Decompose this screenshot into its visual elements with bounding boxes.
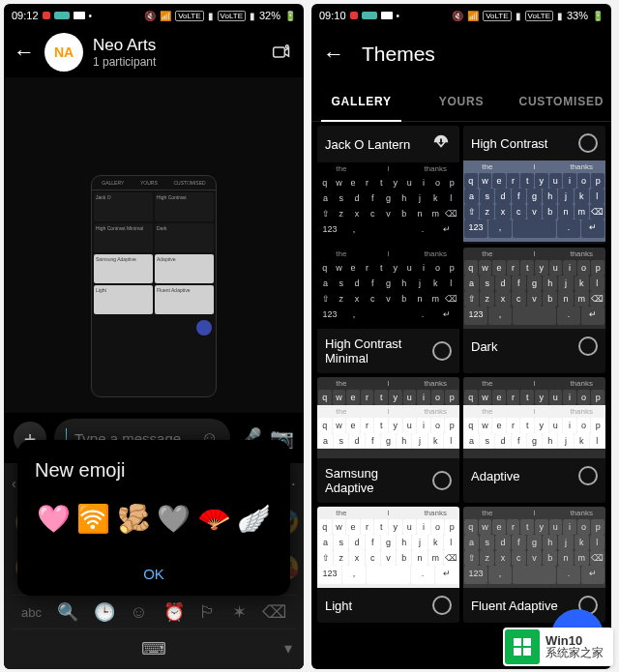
tab-yours[interactable]: YOURS (411, 81, 511, 121)
theme-item[interactable]: theIthanksqwertyuiopasdfghjkl⇧zxcvbnm⌫12… (317, 507, 459, 623)
smileys-tab-icon[interactable]: ☺ (130, 602, 147, 623)
more-notif-icon: • (397, 11, 400, 21)
mute-icon: 🔇 (144, 11, 156, 21)
theme-radio[interactable] (578, 133, 598, 153)
svg-rect-0 (274, 47, 285, 57)
new-emoji-dialog: New emoji 🩷 🛜 🫚 🩶 🪭 🪽 OK (17, 440, 290, 596)
mini-cell: Fluent Adaptive (155, 285, 214, 314)
theme-name: Samsung Adaptive (325, 466, 422, 495)
status-time: 09:10 (319, 10, 346, 21)
theme-radio[interactable] (432, 596, 452, 615)
emoji[interactable]: 🪭 (197, 503, 231, 535)
watermark-line2: 系统家之家 (545, 647, 604, 659)
youtube-icon (74, 12, 85, 19)
emoji[interactable]: 🫚 (117, 503, 151, 535)
emoji[interactable]: 🩷 (37, 503, 71, 535)
backspace-icon[interactable]: ⌫ (262, 601, 286, 623)
chat-subtitle: 1 participant (93, 55, 259, 69)
svg-point-1 (286, 45, 289, 48)
mini-cell: Samsung Adaptive (94, 254, 153, 283)
status-time: 09:12 (12, 10, 39, 21)
battery-icon: 🔋 (284, 11, 296, 21)
back-icon[interactable]: ← (14, 40, 35, 65)
volte2-icon: VoLTE (218, 11, 246, 21)
theme-item[interactable]: Jack O LanterntheIthanksqwertyuiopasdfgh… (317, 126, 459, 244)
mini-cell: Jack O (94, 192, 153, 221)
recent-tab-icon[interactable]: 🕒 (94, 601, 115, 623)
new-emoji-list: 🩷 🛜 🫚 🩶 🪭 🪽 (35, 503, 273, 556)
theme-name: High Contrast Minimal (325, 336, 422, 365)
battery-pct: 32% (259, 10, 280, 21)
avatar-initials: NA (54, 44, 74, 60)
theme-item[interactable]: theIthanksqwertyuiopasdfghjkl⇧zxcvbnm⌫12… (317, 248, 459, 373)
abc-keyboard-button[interactable]: abc (21, 605, 42, 620)
theme-name: High Contrast (471, 136, 547, 151)
emoji[interactable]: 🪽 (237, 503, 271, 535)
themes-header: ← Themes (311, 27, 611, 81)
theme-item[interactable]: theIthanksqwertyuiopasdfghjkl⇧zxcvbnm⌫12… (463, 248, 605, 373)
volte1-icon: VoLTE (175, 11, 203, 21)
wifi-icon: 📶 (160, 11, 171, 21)
collapse-icon[interactable]: ‹ (12, 476, 16, 491)
right-screenshot: 09:10 • 🔇 📶 VoLTE ▮ VoLTE ▮ 33% 🔋 ← Them… (311, 4, 611, 669)
back-icon[interactable]: ← (323, 42, 344, 67)
mini-cell: Dark (155, 223, 214, 252)
rec-icon (43, 12, 50, 19)
mini-tab: YOURS (140, 180, 158, 186)
theme-name: Jack O Lantern (325, 137, 410, 152)
tab-customised[interactable]: CUSTOMISED (512, 81, 611, 121)
battery-icon: 🔋 (592, 11, 604, 21)
app-badge-icon (54, 12, 70, 19)
themes-list[interactable]: Jack O LanterntheIthanksqwertyuiopasdfgh… (311, 122, 611, 669)
theme-radio[interactable] (432, 341, 452, 361)
volte2-icon: VoLTE (525, 11, 553, 21)
theme-radio[interactable] (432, 471, 452, 490)
sent-image-thumbnail[interactable]: GALLERY YOURS CUSTOMISED Jack O High Con… (91, 175, 217, 397)
volte1-icon: VoLTE (483, 11, 511, 21)
mini-send-icon (196, 320, 212, 336)
left-screenshot: 09:12 • 🔇 📶 VoLTE ▮ VoLTE ▮ 32% 🔋 ← NA (4, 4, 304, 669)
theme-item[interactable]: theIthanksqwertyuioptheIthanksqwertyuiop… (317, 377, 459, 503)
video-call-icon[interactable] (269, 43, 294, 62)
theme-item[interactable]: High ContrasttheIthanksqwertyuiopasdfghj… (463, 126, 605, 244)
clock-tab-icon[interactable]: ⏰ (163, 601, 185, 623)
theme-item[interactable]: theIthanksqwertyuioptheIthanksqwertyuiop… (463, 377, 605, 503)
dialog-ok-button[interactable]: OK (35, 556, 273, 588)
status-bar: 09:10 • 🔇 📶 VoLTE ▮ VoLTE ▮ 33% 🔋 (311, 4, 611, 27)
mini-tab: CUSTOMISED (173, 180, 205, 186)
symbols-tab-icon[interactable]: ✶ (232, 601, 247, 623)
rec-icon (350, 12, 358, 19)
signal1-icon: ▮ (516, 11, 521, 21)
theme-name: Adaptive (471, 469, 520, 483)
emoji[interactable]: 🛜 (76, 503, 110, 535)
more-notif-icon: • (89, 11, 93, 21)
emoji-panel: ‹ 🔍 Search emojis 🙂 GIF ⋯ 😊 🥰 😂 😐 😄 😆 🤣 … (4, 463, 304, 669)
theme-name: Light (325, 599, 352, 613)
mini-tab: GALLERY (102, 180, 124, 186)
hide-keyboard-icon[interactable]: ▾ (284, 639, 292, 657)
theme-name: Dark (471, 339, 497, 354)
signal2-icon: ▮ (557, 11, 563, 21)
search-tab-icon[interactable]: 🔍 (57, 601, 78, 623)
mini-cell: Light (94, 285, 153, 314)
dialog-title: New emoji (35, 459, 273, 482)
mini-cell: Adaptive (155, 254, 214, 283)
theme-name: Fluent Adaptive (471, 599, 558, 613)
mini-cell: High Contrast Minimal (94, 223, 153, 252)
avatar[interactable]: NA (44, 33, 83, 72)
wifi-icon: 📶 (467, 11, 479, 21)
app-badge-icon (362, 12, 377, 19)
tab-gallery[interactable]: GALLERY (311, 81, 411, 121)
flag-tab-icon[interactable]: 🏳 (199, 602, 217, 623)
mini-cell: High Contrast (155, 192, 214, 221)
theme-radio[interactable] (578, 336, 598, 356)
emoji[interactable]: 🩶 (157, 503, 191, 535)
theme-tabs: GALLERY YOURS CUSTOMISED (311, 81, 611, 122)
chat-title-block[interactable]: Neo Arts 1 participant (93, 36, 259, 69)
theme-item[interactable]: theIthanksqwertyuiopasdfghjkl⇧zxcvbnm⌫12… (463, 507, 605, 623)
keyboard-switch-icon[interactable]: ⌨ (141, 638, 166, 659)
theme-radio[interactable] (578, 466, 598, 485)
watermark: Win10 系统家之家 (503, 628, 613, 666)
download-icon[interactable] (430, 133, 452, 155)
chat-body: GALLERY YOURS CUSTOMISED Jack O High Con… (4, 77, 304, 413)
